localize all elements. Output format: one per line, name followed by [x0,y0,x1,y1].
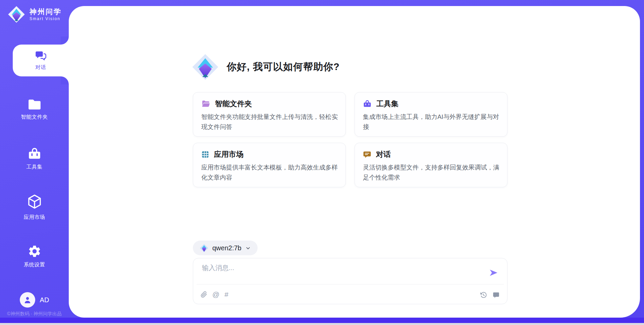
gear-icon [28,244,42,258]
card-chat[interactable]: 对话 灵活切换多模型文件，支持多样回复效果调试，满足个性化需求 [355,143,507,187]
card-smart-folder[interactable]: 智能文件夹 智能文件夹功能支持批量文件上传与清洗，轻松实现文件问答 [193,92,346,137]
brand-subtitle: Smart Vision [30,16,62,21]
greeting-title: 你好, 我可以如何帮助你? [227,60,340,74]
send-arrow-icon[interactable] [488,268,498,278]
user-name: AD [40,296,49,304]
card-title: 智能文件夹 [215,99,252,109]
avatar [20,292,35,308]
sidebar-item-tools[interactable]: 工具集 [0,147,69,171]
sidebar-item-label: 对话 [36,64,46,71]
chevron-down-icon [245,245,251,251]
message-input[interactable] [201,264,437,272]
bottom-edge-line [0,323,644,325]
card-description: 智能文件夹功能支持批量文件上传与清洗，轻松实现文件问答 [201,112,338,132]
chat-bubble-icon [363,151,371,158]
grid-icon [201,150,209,158]
composer-right-icons [480,291,500,299]
main-panel: 你好, 我可以如何帮助你? 智能文件夹 智能文件夹功能支持批量文件上传与清洗，轻… [69,6,640,318]
history-icon[interactable] [480,291,487,299]
app-window: 神州问学 Smart Vision 对话 智能文件夹 工具集 应用 [0,0,644,325]
message-composer: @ # [193,258,507,304]
sidebar-item-settings[interactable]: 系统设置 [0,244,69,268]
composer-divider [197,284,504,284]
brand-name: 神州问学 [30,8,62,16]
user-account[interactable]: AD [0,292,69,308]
card-title: 应用市场 [214,149,244,159]
greeting: 你好, 我可以如何帮助你? [191,53,340,81]
sidebar-item-folders[interactable]: 智能文件夹 [0,99,69,121]
brand-logo: 神州问学 Smart Vision [7,5,62,23]
card-description: 集成市场上主流工具，助力AI与外界无缝扩展与对接 [363,112,500,132]
toolbox-icon [28,147,42,160]
card-title: 对话 [376,149,391,159]
sidebar-item-label: 应用市场 [24,214,45,221]
tab-curve-top [61,37,69,45]
bottom-accent-bar [0,318,644,323]
card-title: 工具集 [376,99,398,109]
copyright-footer: ©神州数码 · 神州问学出品 [0,311,69,317]
tab-curve-bottom [61,76,69,84]
cube-icon [27,194,42,211]
card-description: 应用市场提供丰富长文本模板，助力高效生成多样化文章内容 [201,162,338,183]
chat-bubbles-icon [35,50,47,62]
diamond-logo-icon [7,5,25,23]
message-icon[interactable] [492,291,500,299]
sidebar-item-label: 系统设置 [24,261,45,268]
diamond-logo-icon [191,53,219,81]
folder-icon [28,99,42,111]
model-name: qwen2:7b [212,244,241,252]
person-icon [23,295,32,305]
sidebar-item-label: 工具集 [26,164,43,171]
sidebar-item-label: 智能文件夹 [21,114,48,121]
sidebar-item-chat[interactable]: 对话 [13,45,69,76]
diamond-logo-icon [200,244,209,253]
feature-cards: 智能文件夹 智能文件夹功能支持批量文件上传与清洗，轻松实现文件问答 工具集 集成… [193,92,507,187]
composer-toolbar: @ # [201,291,228,298]
card-description: 灵活切换多模型文件，支持多样回复效果调试，满足个性化需求 [363,162,500,183]
model-selector[interactable]: qwen2:7b [193,241,258,255]
toolbox-icon [363,100,372,108]
sidebar-item-app-market[interactable]: 应用市场 [0,194,69,221]
at-icon[interactable]: @ [212,291,219,298]
hash-icon[interactable]: # [224,291,228,298]
card-app-market[interactable]: 应用市场 应用市场提供丰富长文本模板，助力高效生成多样化文章内容 [193,143,346,187]
paperclip-icon[interactable] [201,291,207,298]
card-toolset[interactable]: 工具集 集成市场上主流工具，助力AI与外界无缝扩展与对接 [355,92,507,137]
folder-open-icon [201,100,210,108]
